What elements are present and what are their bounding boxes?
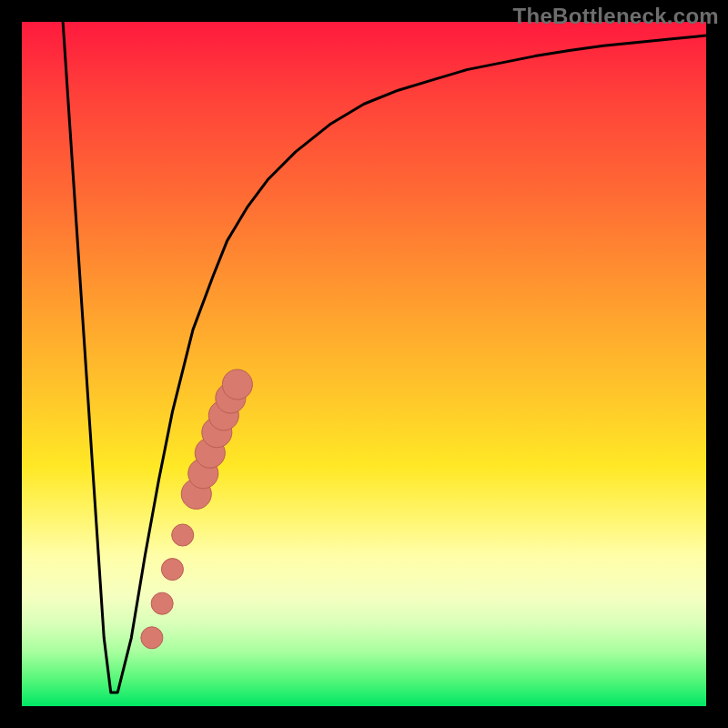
data-marker [172, 524, 194, 546]
data-marker [151, 592, 173, 614]
chart-plot-area [22, 22, 706, 706]
data-marker [161, 559, 183, 581]
watermark-text: TheBottleneck.com [513, 4, 719, 29]
bottleneck-curve [63, 22, 706, 693]
data-marker [141, 627, 163, 649]
data-marker [222, 369, 252, 399]
chart-svg [22, 22, 706, 706]
chart-frame: TheBottleneck.com [0, 0, 728, 728]
